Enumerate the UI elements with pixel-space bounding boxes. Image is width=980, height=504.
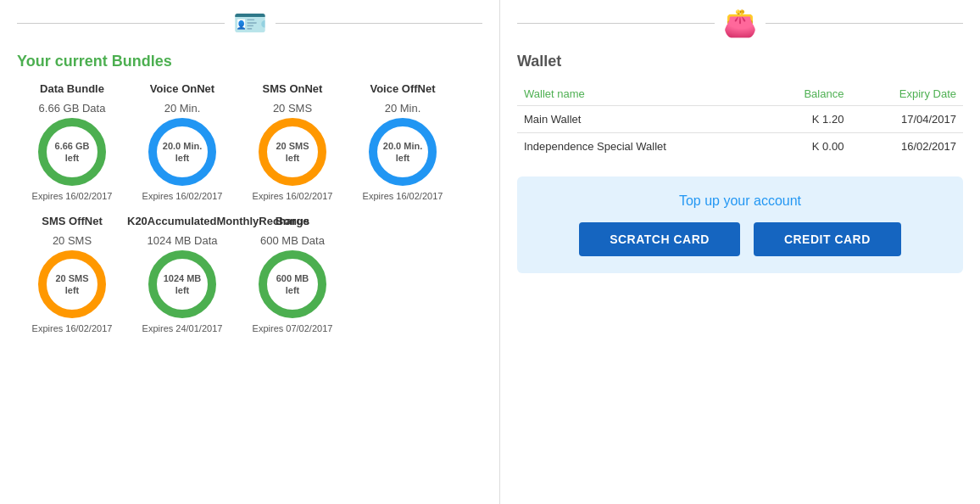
expires-k20accumulated: Expires 24/01/2017 [127,323,237,333]
topup-buttons: SCRATCH CARD CREDIT CARD [534,222,946,256]
circle-bonus-ring: 600 MBleft [259,250,326,318]
circle-data-bundle-ring: 6.66 GBleft [38,118,106,186]
expires-voice-offnet: Expires 16/02/2017 [348,191,458,201]
amount-voice-offnet: 20 Min. [348,102,458,115]
col-sms-onnet: SMS OnNet [237,82,348,95]
wallet-expiry-independence: 16/02/2017 [850,133,963,160]
amount-sms-onnet: 20 SMS [237,102,348,115]
expires-sms-offnet: Expires 16/02/2017 [17,323,127,333]
bundle-amounts-row2: 20 SMS 1024 MB Data 600 MB Data [17,234,482,247]
col-sms-offnet: SMS OffNet [17,215,127,227]
amount-sms-offnet: 20 SMS [17,234,127,247]
left-divider: 🪪 [17,0,482,39]
right-divider-line-left [517,23,715,24]
right-panel: 👛 Wallet Wallet name Balance Expiry Date… [500,0,980,504]
col-voice-offnet: Voice OffNet [348,82,458,95]
wallet-expiry-main: 17/04/2017 [850,106,963,133]
amount-k20accumulated: 1024 MB Data [127,234,237,247]
expires-row1: Expires 16/02/2017 Expires 16/02/2017 Ex… [17,191,482,201]
credit-card-button[interactable]: CREDIT CARD [754,222,901,256]
circle-sms-onnet: 20 SMSleft [237,118,348,186]
expires-row2: Expires 16/02/2017 Expires 24/01/2017 Ex… [17,323,482,333]
circle-sms-offnet: 20 SMSleft [17,250,127,318]
col-wallet-name: Wallet name [517,82,766,106]
scratch-card-button[interactable]: SCRATCH CARD [579,222,740,256]
wallet-name-independence: Independence Special Wallet [517,133,766,160]
circle-voice-onnet-ring: 20.0 Min.left [148,118,216,186]
circle-k20accumulated-ring: 1024 MBleft [148,250,216,318]
circle-k20accumulated: 1024 MBleft [127,250,237,318]
col-balance: Balance [766,82,850,106]
wallet-balance-independence: K 0.00 [766,133,850,160]
left-panel: 🪪 Your current Bundles Data Bundle Voice… [0,0,500,504]
wallet-icon: 👛 [723,7,757,39]
expires-data-bundle: Expires 16/02/2017 [17,191,127,201]
col-bonus: Bonus [237,215,348,227]
bundles-title: Your current Bundles [17,53,482,70]
col-voice-onnet: Voice OnNet [127,82,237,95]
expires-bonus: Expires 07/02/2017 [237,323,348,333]
wallet-row-independence: Independence Special Wallet K 0.00 16/02… [517,133,963,160]
bundle-amounts-row1: 6.66 GB Data 20 Min. 20 SMS 20 Min. [17,102,482,115]
bundles-header-row1: Data Bundle Voice OnNet SMS OnNet Voice … [17,82,482,95]
circle-data-bundle: 6.66 GBleft [17,118,127,186]
right-divider: 👛 [517,0,963,39]
circle-voice-offnet-ring: 20.0 Min.left [369,118,437,186]
circle-voice-onnet: 20.0 Min.left [127,118,237,186]
wallet-name-main: Main Wallet [517,106,766,133]
topup-box: Top up your account SCRATCH CARD CREDIT … [517,176,963,273]
amount-voice-onnet: 20 Min. [127,102,237,115]
circles-row1: 6.66 GBleft 20.0 Min.left 20 SMSleft 20.… [17,118,482,186]
circle-voice-offnet: 20.0 Min.left [348,118,458,186]
amount-data-bundle: 6.66 GB Data [17,102,127,115]
wallet-row-main: Main Wallet K 1.20 17/04/2017 [517,106,963,133]
sim-icon: 🪪 [233,7,267,39]
wallet-title: Wallet [517,53,963,70]
left-divider-line-left [17,23,225,24]
col-k20accumulated: K20AccumulatedMonthlyRecharge [127,215,237,227]
col-expiry-date: Expiry Date [850,82,963,106]
circle-bonus: 600 MBleft [237,250,348,318]
amount-bonus: 600 MB Data [237,234,348,247]
expires-voice-onnet: Expires 16/02/2017 [127,191,237,201]
col-data-bundle: Data Bundle [17,82,127,95]
wallet-table: Wallet name Balance Expiry Date Main Wal… [517,82,963,160]
wallet-balance-main: K 1.20 [766,106,850,133]
expires-sms-onnet: Expires 16/02/2017 [237,191,348,201]
circles-row2: 20 SMSleft 1024 MBleft 600 MBleft [17,250,482,318]
circle-sms-offnet-ring: 20 SMSleft [38,250,106,318]
left-divider-line-right [276,23,483,24]
bundles-header-row2: SMS OffNet K20AccumulatedMonthlyRecharge… [17,215,482,227]
right-divider-line-right [766,23,963,24]
topup-title: Top up your account [534,193,946,209]
circle-sms-onnet-ring: 20 SMSleft [259,118,326,186]
